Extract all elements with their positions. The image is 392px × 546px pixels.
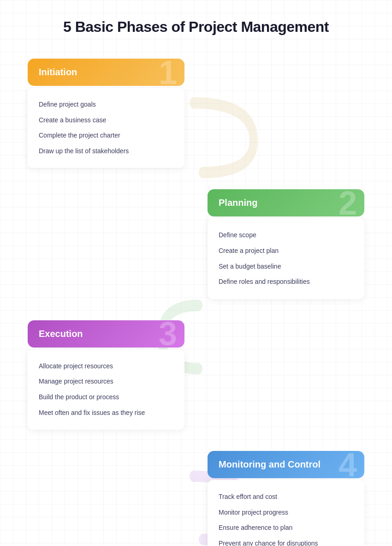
phase-monitoring-block: Monitoring and Control 4 Track effort an… — [208, 451, 364, 546]
phase-initiation-number: 1 — [159, 59, 177, 86]
phase-initiation-name: Initiation — [39, 67, 77, 77]
phase-initiation-header: Initiation 1 — [28, 59, 184, 86]
phase-monitoring-header: Monitoring and Control 4 — [208, 451, 364, 478]
list-item: Define scope — [219, 228, 353, 243]
phase-monitoring-name: Monitoring and Control — [219, 459, 321, 469]
list-item: Manage project resources — [39, 374, 173, 390]
list-item: Prevent any chance for disruptions — [219, 536, 353, 546]
phase-planning-number: 2 — [339, 189, 357, 216]
phase-monitoring-number: 4 — [339, 451, 357, 478]
phase-initiation-block: Initiation 1 Define project goals Create… — [28, 59, 184, 168]
list-item: Set a budget baseline — [219, 259, 353, 275]
phase-initiation-items: Define project goals Create a business c… — [28, 88, 184, 168]
list-item: Draw up the list of stakeholders — [39, 144, 173, 159]
phase-initiation-row: Initiation 1 Define project goals Create… — [28, 59, 364, 168]
list-item: Allocate project resources — [39, 359, 173, 374]
phase-planning-name: Planning — [219, 198, 257, 208]
list-item: Complete the project charter — [39, 128, 173, 144]
list-item: Build the product or process — [39, 390, 173, 405]
list-item: Create a project plan — [219, 243, 353, 259]
page-title: 5 Basic Phases of Project Management — [28, 18, 364, 36]
list-item: Define project goals — [39, 97, 173, 113]
list-item: Monitor project progress — [219, 505, 353, 521]
list-item: Define roles and responsibilities — [219, 274, 353, 290]
phases-grid: Initiation 1 Define project goals Create… — [28, 59, 364, 546]
phase-planning-items: Define scope Create a project plan Set a… — [208, 218, 364, 299]
phase-execution-header: Execution 3 — [28, 320, 184, 348]
phase-execution-block: Execution 3 Allocate project resources M… — [28, 320, 184, 430]
phase-monitoring-row: Monitoring and Control 4 Track effort an… — [28, 451, 364, 546]
phase-execution-name: Execution — [39, 329, 83, 339]
phase-planning-header: Planning 2 — [208, 189, 364, 216]
phase-planning-row: Planning 2 Define scope Create a project… — [28, 189, 364, 299]
phase-execution-items: Allocate project resources Manage projec… — [28, 349, 184, 430]
phase-execution-row: Execution 3 Allocate project resources M… — [28, 320, 364, 430]
phase-monitoring-items: Track effort and cost Monitor project pr… — [208, 480, 364, 546]
list-item: Create a business case — [39, 113, 173, 128]
list-item: Ensure adherence to plan — [219, 520, 353, 536]
phase-planning-block: Planning 2 Define scope Create a project… — [208, 189, 364, 299]
list-item: Meet often and fix issues as they rise — [39, 405, 173, 421]
list-item: Track effort and cost — [219, 489, 353, 505]
phase-execution-number: 3 — [159, 320, 177, 348]
